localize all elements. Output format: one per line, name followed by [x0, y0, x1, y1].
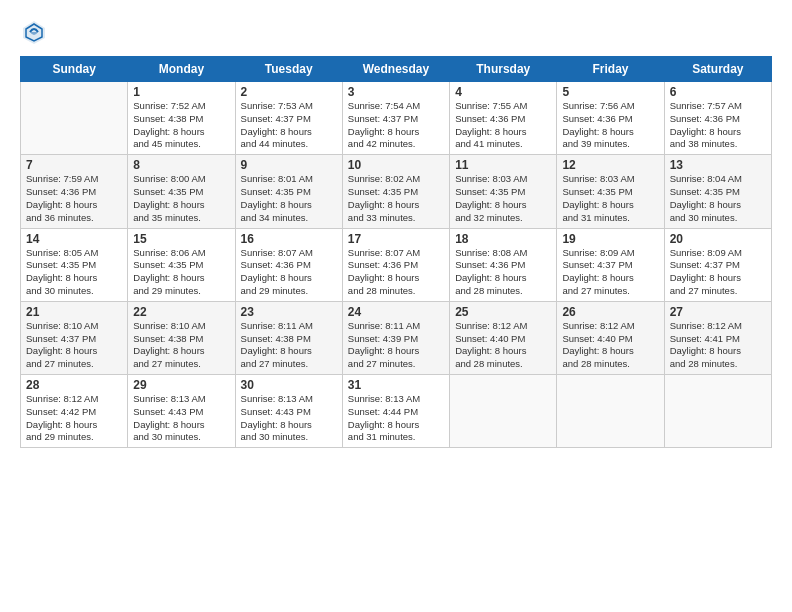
calendar-cell: 16Sunrise: 8:07 AM Sunset: 4:36 PM Dayli… [235, 228, 342, 301]
day-info: Sunrise: 7:59 AM Sunset: 4:36 PM Dayligh… [26, 173, 122, 224]
calendar-week-1: 1Sunrise: 7:52 AM Sunset: 4:38 PM Daylig… [21, 82, 772, 155]
day-info: Sunrise: 8:08 AM Sunset: 4:36 PM Dayligh… [455, 247, 551, 298]
logo-icon [20, 18, 48, 46]
day-number: 14 [26, 232, 122, 246]
day-number: 8 [133, 158, 229, 172]
day-info: Sunrise: 8:12 AM Sunset: 4:42 PM Dayligh… [26, 393, 122, 444]
calendar-cell: 28Sunrise: 8:12 AM Sunset: 4:42 PM Dayli… [21, 375, 128, 448]
calendar-cell: 8Sunrise: 8:00 AM Sunset: 4:35 PM Daylig… [128, 155, 235, 228]
day-info: Sunrise: 8:07 AM Sunset: 4:36 PM Dayligh… [348, 247, 444, 298]
day-info: Sunrise: 8:03 AM Sunset: 4:35 PM Dayligh… [455, 173, 551, 224]
calendar-cell: 11Sunrise: 8:03 AM Sunset: 4:35 PM Dayli… [450, 155, 557, 228]
calendar-week-5: 28Sunrise: 8:12 AM Sunset: 4:42 PM Dayli… [21, 375, 772, 448]
calendar-cell: 6Sunrise: 7:57 AM Sunset: 4:36 PM Daylig… [664, 82, 771, 155]
day-header-wednesday: Wednesday [342, 57, 449, 82]
day-info: Sunrise: 8:11 AM Sunset: 4:38 PM Dayligh… [241, 320, 337, 371]
day-number: 3 [348, 85, 444, 99]
page: SundayMondayTuesdayWednesdayThursdayFrid… [0, 0, 792, 612]
day-number: 22 [133, 305, 229, 319]
calendar: SundayMondayTuesdayWednesdayThursdayFrid… [20, 56, 772, 448]
day-number: 31 [348, 378, 444, 392]
calendar-cell: 19Sunrise: 8:09 AM Sunset: 4:37 PM Dayli… [557, 228, 664, 301]
day-info: Sunrise: 7:56 AM Sunset: 4:36 PM Dayligh… [562, 100, 658, 151]
day-header-monday: Monday [128, 57, 235, 82]
day-number: 30 [241, 378, 337, 392]
day-number: 24 [348, 305, 444, 319]
day-info: Sunrise: 8:09 AM Sunset: 4:37 PM Dayligh… [670, 247, 766, 298]
calendar-cell: 27Sunrise: 8:12 AM Sunset: 4:41 PM Dayli… [664, 301, 771, 374]
day-header-saturday: Saturday [664, 57, 771, 82]
day-info: Sunrise: 8:00 AM Sunset: 4:35 PM Dayligh… [133, 173, 229, 224]
calendar-cell: 26Sunrise: 8:12 AM Sunset: 4:40 PM Dayli… [557, 301, 664, 374]
calendar-cell: 20Sunrise: 8:09 AM Sunset: 4:37 PM Dayli… [664, 228, 771, 301]
day-number: 29 [133, 378, 229, 392]
day-info: Sunrise: 8:12 AM Sunset: 4:40 PM Dayligh… [455, 320, 551, 371]
day-info: Sunrise: 7:52 AM Sunset: 4:38 PM Dayligh… [133, 100, 229, 151]
day-number: 7 [26, 158, 122, 172]
day-info: Sunrise: 7:55 AM Sunset: 4:36 PM Dayligh… [455, 100, 551, 151]
calendar-cell: 7Sunrise: 7:59 AM Sunset: 4:36 PM Daylig… [21, 155, 128, 228]
day-info: Sunrise: 8:12 AM Sunset: 4:40 PM Dayligh… [562, 320, 658, 371]
calendar-cell [21, 82, 128, 155]
day-info: Sunrise: 8:02 AM Sunset: 4:35 PM Dayligh… [348, 173, 444, 224]
day-number: 9 [241, 158, 337, 172]
day-info: Sunrise: 7:57 AM Sunset: 4:36 PM Dayligh… [670, 100, 766, 151]
calendar-cell [664, 375, 771, 448]
day-number: 25 [455, 305, 551, 319]
calendar-cell: 1Sunrise: 7:52 AM Sunset: 4:38 PM Daylig… [128, 82, 235, 155]
day-number: 17 [348, 232, 444, 246]
day-number: 18 [455, 232, 551, 246]
day-header-friday: Friday [557, 57, 664, 82]
calendar-header-row: SundayMondayTuesdayWednesdayThursdayFrid… [21, 57, 772, 82]
day-number: 10 [348, 158, 444, 172]
day-info: Sunrise: 8:11 AM Sunset: 4:39 PM Dayligh… [348, 320, 444, 371]
day-info: Sunrise: 8:13 AM Sunset: 4:43 PM Dayligh… [241, 393, 337, 444]
day-info: Sunrise: 8:10 AM Sunset: 4:38 PM Dayligh… [133, 320, 229, 371]
day-number: 12 [562, 158, 658, 172]
calendar-cell: 23Sunrise: 8:11 AM Sunset: 4:38 PM Dayli… [235, 301, 342, 374]
day-number: 2 [241, 85, 337, 99]
day-info: Sunrise: 8:13 AM Sunset: 4:43 PM Dayligh… [133, 393, 229, 444]
calendar-cell: 22Sunrise: 8:10 AM Sunset: 4:38 PM Dayli… [128, 301, 235, 374]
calendar-cell: 30Sunrise: 8:13 AM Sunset: 4:43 PM Dayli… [235, 375, 342, 448]
calendar-week-2: 7Sunrise: 7:59 AM Sunset: 4:36 PM Daylig… [21, 155, 772, 228]
logo [20, 18, 52, 46]
calendar-cell: 2Sunrise: 7:53 AM Sunset: 4:37 PM Daylig… [235, 82, 342, 155]
day-number: 28 [26, 378, 122, 392]
calendar-cell: 5Sunrise: 7:56 AM Sunset: 4:36 PM Daylig… [557, 82, 664, 155]
day-info: Sunrise: 7:53 AM Sunset: 4:37 PM Dayligh… [241, 100, 337, 151]
day-info: Sunrise: 7:54 AM Sunset: 4:37 PM Dayligh… [348, 100, 444, 151]
header [20, 18, 772, 46]
day-number: 6 [670, 85, 766, 99]
calendar-week-3: 14Sunrise: 8:05 AM Sunset: 4:35 PM Dayli… [21, 228, 772, 301]
day-number: 23 [241, 305, 337, 319]
calendar-week-4: 21Sunrise: 8:10 AM Sunset: 4:37 PM Dayli… [21, 301, 772, 374]
calendar-cell: 18Sunrise: 8:08 AM Sunset: 4:36 PM Dayli… [450, 228, 557, 301]
day-number: 21 [26, 305, 122, 319]
day-number: 4 [455, 85, 551, 99]
calendar-cell: 15Sunrise: 8:06 AM Sunset: 4:35 PM Dayli… [128, 228, 235, 301]
day-info: Sunrise: 8:09 AM Sunset: 4:37 PM Dayligh… [562, 247, 658, 298]
calendar-cell: 24Sunrise: 8:11 AM Sunset: 4:39 PM Dayli… [342, 301, 449, 374]
day-number: 16 [241, 232, 337, 246]
calendar-cell [557, 375, 664, 448]
calendar-cell: 29Sunrise: 8:13 AM Sunset: 4:43 PM Dayli… [128, 375, 235, 448]
calendar-cell: 14Sunrise: 8:05 AM Sunset: 4:35 PM Dayli… [21, 228, 128, 301]
day-header-thursday: Thursday [450, 57, 557, 82]
day-header-sunday: Sunday [21, 57, 128, 82]
day-info: Sunrise: 8:12 AM Sunset: 4:41 PM Dayligh… [670, 320, 766, 371]
day-number: 11 [455, 158, 551, 172]
calendar-cell: 25Sunrise: 8:12 AM Sunset: 4:40 PM Dayli… [450, 301, 557, 374]
day-info: Sunrise: 8:03 AM Sunset: 4:35 PM Dayligh… [562, 173, 658, 224]
calendar-cell [450, 375, 557, 448]
calendar-cell: 10Sunrise: 8:02 AM Sunset: 4:35 PM Dayli… [342, 155, 449, 228]
calendar-cell: 17Sunrise: 8:07 AM Sunset: 4:36 PM Dayli… [342, 228, 449, 301]
calendar-cell: 3Sunrise: 7:54 AM Sunset: 4:37 PM Daylig… [342, 82, 449, 155]
day-info: Sunrise: 8:07 AM Sunset: 4:36 PM Dayligh… [241, 247, 337, 298]
day-info: Sunrise: 8:04 AM Sunset: 4:35 PM Dayligh… [670, 173, 766, 224]
day-number: 19 [562, 232, 658, 246]
calendar-cell: 9Sunrise: 8:01 AM Sunset: 4:35 PM Daylig… [235, 155, 342, 228]
day-number: 15 [133, 232, 229, 246]
calendar-cell: 31Sunrise: 8:13 AM Sunset: 4:44 PM Dayli… [342, 375, 449, 448]
day-number: 1 [133, 85, 229, 99]
